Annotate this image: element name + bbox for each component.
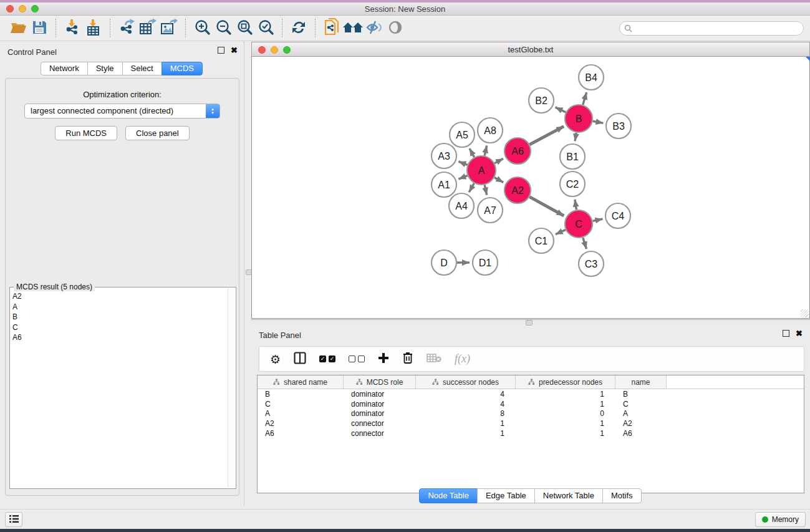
graph-edge-C-C3[interactable] — [583, 238, 587, 249]
graph-edge-A-A8[interactable] — [485, 145, 487, 155]
column-header-predecessor-nodes[interactable]: predecessor nodes — [516, 375, 615, 389]
delete-table-button[interactable] — [427, 353, 441, 365]
table-cell[interactable]: dominator — [344, 409, 416, 418]
close-panel-icon[interactable]: ✖ — [231, 47, 238, 54]
memory-button[interactable]: Memory — [755, 512, 806, 527]
graph-edge-A-A2[interactable] — [494, 178, 503, 183]
float-table-panel-icon[interactable] — [783, 330, 789, 337]
mcds-result-item[interactable]: A6 — [12, 332, 227, 343]
table-cell[interactable]: connector — [344, 419, 416, 428]
table-cell[interactable]: 0 — [516, 409, 615, 418]
column-header-successor-nodes[interactable]: successor nodes — [416, 375, 516, 389]
network-resize-grip[interactable] — [801, 309, 809, 317]
graph-edge-C-C4[interactable] — [593, 219, 603, 221]
unselect-all-columns-button[interactable] — [349, 355, 365, 362]
graph-edge-A-A6[interactable] — [494, 158, 503, 163]
table-cell[interactable]: 4 — [416, 390, 516, 399]
tab-style[interactable]: Style — [87, 62, 123, 75]
table-cell[interactable]: 1 — [516, 429, 615, 438]
export-image-button[interactable] — [158, 18, 180, 38]
tab-mcds[interactable]: MCDS — [162, 62, 203, 75]
table-cell[interactable]: dominator — [344, 400, 416, 409]
graph-edge-C-C2[interactable] — [575, 200, 577, 210]
graph-edge-A6-B[interactable] — [529, 127, 564, 145]
network-window-titlebar[interactable]: testGlobe.txt — [251, 42, 810, 57]
delete-columns-button[interactable] — [402, 352, 413, 366]
task-history-button[interactable] — [5, 512, 22, 527]
run-mcds-button[interactable]: Run MCDS — [55, 126, 117, 140]
tab-network-table[interactable]: Network Table — [534, 488, 603, 503]
mcds-list-scrollbar[interactable] — [228, 288, 235, 488]
save-session-button[interactable] — [29, 18, 50, 38]
column-header-name[interactable]: name — [615, 375, 667, 389]
graph-edge-A-A1[interactable] — [458, 176, 467, 179]
function-builder-button[interactable]: f(x) — [455, 352, 470, 365]
table-cell[interactable]: connector — [344, 429, 416, 438]
horizontal-divider-grip[interactable] — [526, 320, 533, 326]
tab-network[interactable]: Network — [41, 62, 88, 75]
show-columns-button[interactable] — [294, 352, 306, 366]
graph-edge-B-B1[interactable] — [575, 133, 576, 142]
tab-node-table[interactable]: Node Table — [419, 488, 478, 503]
table-cell[interactable]: A2 — [615, 419, 667, 428]
import-table-button[interactable] — [83, 18, 104, 38]
table-cell[interactable]: 4 — [416, 400, 516, 409]
column-header-MCDS-role[interactable]: MCDS role — [344, 375, 416, 389]
search-input[interactable] — [619, 21, 804, 36]
graph-edge-A-A3[interactable] — [458, 162, 467, 165]
table-cell[interactable]: A6 — [615, 429, 667, 438]
mcds-result-item[interactable]: A — [12, 302, 227, 312]
graph-edge-B-B3[interactable] — [593, 121, 604, 123]
table-cell[interactable]: A6 — [258, 429, 344, 438]
mcds-result-item[interactable]: B — [12, 312, 227, 322]
zoom-out-button[interactable] — [213, 18, 234, 38]
criterion-select[interactable]: largest connected component (directed) ▲… — [24, 104, 220, 118]
close-panel-button[interactable]: Close panel — [125, 126, 190, 140]
zoom-selected-button[interactable] — [255, 18, 276, 38]
table-settings-button[interactable]: ⚙ — [270, 353, 281, 365]
table-cell[interactable]: C — [258, 400, 344, 409]
table-cell[interactable]: C — [615, 400, 667, 409]
tab-edge-table[interactable]: Edge Table — [477, 488, 535, 503]
table-cell[interactable]: 1 — [516, 419, 615, 428]
graph-edge-A-A5[interactable] — [470, 148, 475, 157]
table-cell[interactable]: A2 — [258, 419, 344, 428]
mcds-result-item[interactable]: A2 — [12, 291, 227, 302]
create-column-button[interactable] — [378, 352, 389, 365]
tab-select[interactable]: Select — [122, 62, 162, 75]
home-button[interactable] — [342, 18, 364, 38]
open-session-button[interactable] — [7, 18, 29, 38]
table-cell[interactable]: 1 — [516, 390, 615, 399]
table-cell[interactable]: 1 — [416, 429, 516, 438]
table-cell[interactable]: 1 — [516, 400, 615, 409]
export-network-button[interactable] — [116, 18, 137, 38]
import-network-button[interactable] — [62, 18, 83, 38]
column-header-shared-name[interactable]: shared name — [258, 375, 344, 389]
export-table-button[interactable] — [137, 18, 158, 38]
table-cell[interactable]: B — [615, 390, 667, 399]
float-panel-icon[interactable] — [218, 47, 224, 54]
table-cell[interactable]: A — [615, 409, 667, 418]
graph-edge-A-A4[interactable] — [469, 183, 474, 192]
select-all-columns-button[interactable]: ✓✓ — [319, 355, 335, 362]
table-cell[interactable]: B — [258, 390, 344, 399]
table-cell[interactable]: dominator — [344, 390, 416, 399]
show-details-button[interactable] — [385, 18, 406, 38]
refresh-button[interactable] — [288, 18, 309, 38]
graph-edge-B-B2[interactable] — [556, 107, 566, 112]
graph-edge-A2-C[interactable] — [529, 197, 564, 216]
table-cell[interactable]: 8 — [416, 409, 516, 418]
mcds-result-item[interactable]: C — [12, 322, 227, 333]
zoom-in-button[interactable] — [191, 18, 213, 38]
titlebar[interactable]: Session: New Session — [0, 2, 810, 16]
tab-motifs[interactable]: Motifs — [602, 488, 642, 503]
close-table-panel-icon[interactable]: ✖ — [796, 330, 803, 337]
new-network-button[interactable] — [321, 18, 342, 38]
graph-edge-C-C1[interactable] — [556, 230, 566, 234]
zoom-fit-button[interactable] — [234, 18, 255, 38]
graph-edge-B-B4[interactable] — [583, 92, 587, 105]
table-cell[interactable]: A — [258, 409, 344, 418]
hide-details-button[interactable] — [364, 18, 385, 38]
network-canvas[interactable]: B4B2BB3A5A8A6A3B1AA1C2A2A4A7C4CC1C3DD1 — [251, 57, 810, 319]
graph-edge-A-A7[interactable] — [485, 185, 487, 195]
